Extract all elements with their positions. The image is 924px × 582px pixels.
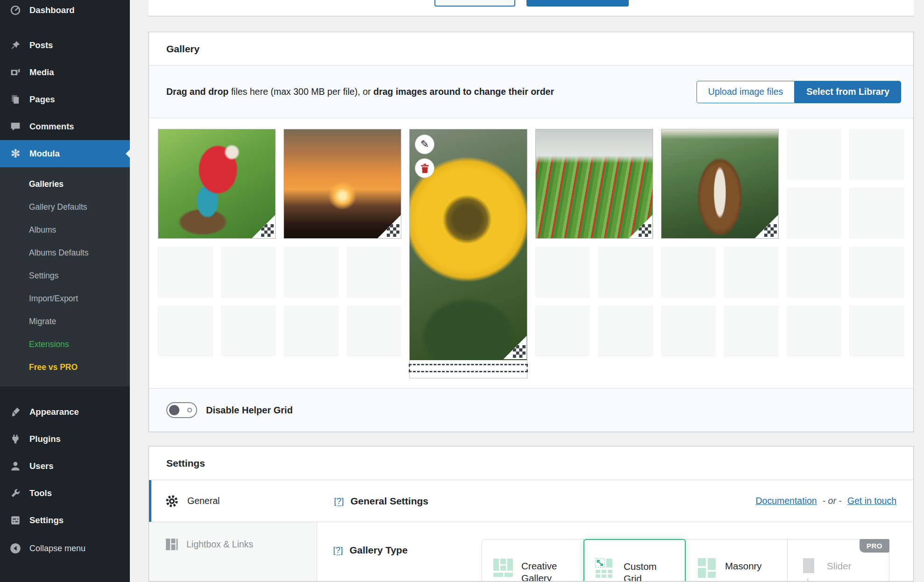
sidebar-item-label: Modula [29,149,60,159]
submenu-item-migrate[interactable]: Migrate [0,310,130,333]
top-primary-button-partial[interactable] [526,0,629,7]
helper-grid-cell [787,305,842,356]
submenu-item-import-export[interactable]: Import/Export [0,287,130,310]
sidebar-item-media[interactable]: Media [0,59,130,86]
tab-general-label: General [187,496,220,506]
gallery-type-slider[interactable]: ‹ › Slider PRO [787,539,889,582]
sidebar-item-label: Posts [29,40,53,50]
modula-icon: ✻ [9,148,21,160]
helper-grid-cell [284,247,339,298]
user-icon [9,460,21,472]
creative-gallery-icon [492,557,514,579]
gallery-type-label: Custom Grid [624,558,670,582]
admin-sidebar: Dashboard Posts Media Pages Comments [0,0,130,582]
helper-grid-cell [158,305,213,356]
submenu-item-extensions[interactable]: Extensions [0,333,130,356]
documentation-link[interactable]: Documentation [756,496,817,506]
gallery-type-options: Creative Gallery Custom Grid Masonry [482,539,889,582]
helper-grid-cell [221,247,276,298]
or-separator: - or - [823,496,842,506]
helper-grid-cell [158,247,213,298]
sidebar-item-plugins[interactable]: Plugins [0,426,130,453]
sidebar-item-appearance[interactable]: Appearance [0,398,130,426]
slider-arrows: ‹ › [803,575,815,582]
sidebar-item-dashboard[interactable]: Dashboard [0,0,130,21]
gallery-image-peppers[interactable] [535,129,653,239]
pages-icon [9,93,21,106]
select-from-library-button[interactable]: Select from Library [795,81,901,103]
sidebar-item-label: Collapse menu [29,544,85,554]
helper-grid-cell [724,247,779,298]
gallery-image-sunset[interactable] [284,129,401,239]
helper-grid-cell [535,247,590,298]
sidebar-item-posts[interactable]: Posts [0,32,130,59]
submenu-item-free-vs-pro[interactable]: Free vs PRO [0,356,130,379]
help-icon[interactable]: [?] [333,545,343,555]
tab-filters[interactable]: Filters PRO [149,567,317,582]
wrench-icon [9,487,21,499]
settings-tab-column: Lightbox & Links Filters PRO [149,522,317,582]
helper-grid-cell [347,305,402,356]
helper-grid-cell [724,305,779,356]
tab-label: Lightbox & Links [186,539,253,550]
dropzone-buttons: Upload image files Select from Library [697,81,901,103]
custom-grid-icon [595,558,616,579]
upload-image-files-button[interactable]: Upload image files [697,81,795,103]
pepper-field-photo [536,129,653,238]
sidebar-item-label: Media [29,67,54,78]
sidebar-item-label: Plugins [29,434,61,444]
gallery-type-masonry[interactable]: Masonry [685,539,788,582]
helper-grid-toggle-row: Disable Helper Grid [149,388,913,432]
submenu-item-gallery-defaults[interactable]: Gallery Defaults [0,196,130,219]
helper-grid-cell [849,247,904,298]
submenu-item-albums[interactable]: Albums [0,219,130,241]
sidebar-item-modula[interactable]: ✻ Modula [0,140,130,167]
helper-grid-cell [849,129,904,180]
modula-submenu: Galleries Gallery Defaults Albums Albums… [0,167,130,386]
gallery-image-horse[interactable] [661,129,779,239]
upload-dropzone[interactable]: Drag and drop files here (max 300 MB per… [149,66,913,118]
wordpress-admin-modula-page: Dashboard Posts Media Pages Comments [0,0,924,582]
helper-grid-cell [661,247,716,298]
slider-icon: ‹ › [798,557,819,579]
sidebar-item-pages[interactable]: Pages [0,86,130,113]
help-icon[interactable]: [?] [334,496,344,506]
collapse-menu-button[interactable]: Collapse menu [0,535,130,562]
dropzone-instructions: Drag and drop files here (max 300 MB per… [166,86,554,97]
sidebar-item-users[interactable]: Users [0,453,130,480]
get-in-touch-link[interactable]: Get in touch [847,496,896,506]
gallery-image-sunflower[interactable]: ✎ [409,129,527,378]
submenu-item-settings[interactable]: Settings [0,264,130,287]
gallery-type-custom-grid[interactable]: Custom Grid [583,539,686,582]
gallery-type-label: Masonry [725,557,772,572]
pin-icon [9,39,21,51]
settings-panel-title: Settings [149,447,913,480]
helper-grid-cell [787,247,842,298]
drop-target-indicator [409,364,527,372]
top-outline-button-partial[interactable] [434,0,515,7]
sidebar-item-label: Pages [29,94,55,105]
sidebar-item-label: Users [29,461,53,471]
parrot-photo [158,129,275,238]
gallery-image-parrot[interactable] [158,129,276,239]
gear-icon [165,494,179,508]
sidebar-item-comments[interactable]: Comments [0,113,130,140]
tab-lightbox-links[interactable]: Lightbox & Links [149,522,317,567]
gallery-panel: Gallery Drag and drop files here (max 30… [149,32,914,432]
sidebar-item-tools[interactable]: Tools [0,480,130,507]
disable-helper-grid-toggle[interactable] [166,402,197,418]
general-settings-row: General [?] General Settings Documentati… [149,480,913,522]
sidebar-item-settings[interactable]: Settings [0,507,130,534]
submenu-item-albums-defaults[interactable]: Albums Defaults [0,241,130,264]
dashboard-icon [9,4,21,16]
submenu-item-galleries[interactable]: Galleries [0,173,130,196]
sunset-photo [284,129,401,238]
helper-grid-cell [661,305,716,356]
plug-icon [9,433,21,445]
tab-general[interactable]: General [149,494,317,508]
media-icon [9,66,21,78]
helper-grid-cell [284,305,339,356]
collapse-arrow-icon [9,542,21,554]
gallery-type-creative-gallery[interactable]: Creative Gallery [482,539,584,582]
comment-icon [9,121,21,133]
